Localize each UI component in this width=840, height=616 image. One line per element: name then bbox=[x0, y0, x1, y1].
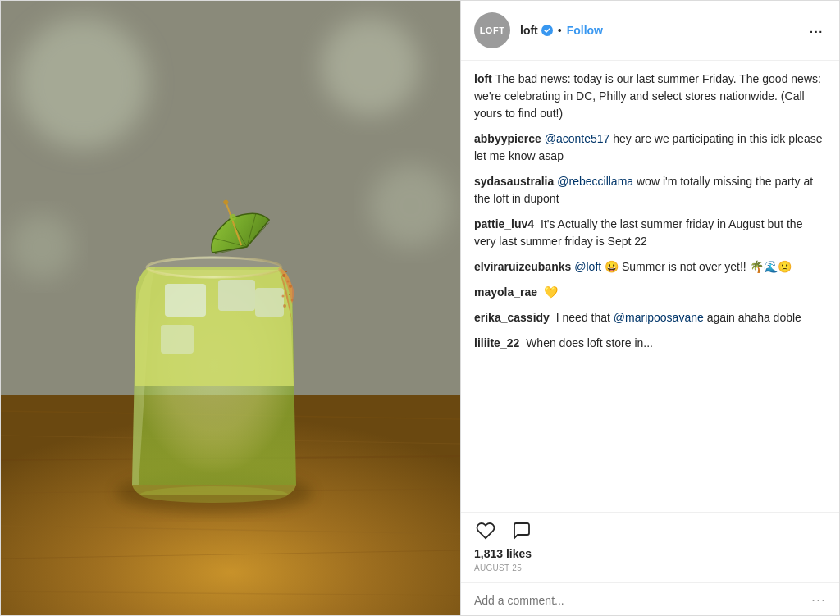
svg-rect-15 bbox=[218, 280, 255, 311]
svg-point-1 bbox=[17, 17, 148, 148]
svg-rect-16 bbox=[255, 288, 284, 317]
comment-6-text2: again ahaha doble bbox=[704, 311, 801, 324]
follow-button[interactable]: Follow bbox=[567, 24, 603, 37]
comment-button[interactable] bbox=[510, 519, 533, 542]
comment-1: abbyypierce@aconte517 hey are we partici… bbox=[474, 130, 826, 165]
add-comment-bar: ··· bbox=[461, 582, 839, 616]
post-date: AUGUST 25 bbox=[474, 564, 826, 573]
post-caption: loftThe bad news: today is our last summ… bbox=[474, 71, 826, 122]
more-options-button[interactable]: ··· bbox=[806, 21, 826, 40]
svg-point-24 bbox=[283, 304, 286, 308]
svg-point-19 bbox=[287, 281, 290, 283]
svg-rect-17 bbox=[161, 325, 194, 354]
comment-4-mention[interactable]: @loft bbox=[574, 260, 601, 273]
comment-7-text: When does loft store in... bbox=[523, 336, 653, 349]
like-button[interactable] bbox=[474, 519, 497, 542]
comment-4-username[interactable]: elviraruizeubanks bbox=[474, 260, 571, 273]
caption-text: The bad news: today is our last summer F… bbox=[474, 72, 821, 120]
svg-point-4 bbox=[370, 165, 452, 247]
comment-2-username[interactable]: sydasaustralia bbox=[474, 175, 554, 188]
comment-more-options[interactable]: ··· bbox=[811, 591, 826, 609]
post-header: LOFT loft • Follow ··· bbox=[461, 1, 839, 61]
comment-3: pattie_luv4 It's Actually the last summe… bbox=[474, 216, 826, 250]
heart-icon bbox=[476, 521, 495, 541]
svg-point-2 bbox=[321, 17, 419, 116]
svg-point-18 bbox=[282, 274, 285, 277]
comment-5-text: 💛 bbox=[541, 285, 558, 299]
post-image bbox=[1, 1, 460, 616]
action-icons bbox=[474, 519, 826, 542]
comment-2: sydasaustralia@rebeccillama wow i'm tota… bbox=[474, 173, 826, 208]
comment-7: liliite_22 When does loft store in... bbox=[474, 335, 826, 352]
comment-4: elviraruizeubanks@loft 😀 Summer is not o… bbox=[474, 258, 826, 276]
comment-icon bbox=[512, 521, 532, 541]
comment-6-text: I need that bbox=[553, 311, 614, 324]
svg-rect-14 bbox=[165, 284, 206, 317]
dot-separator: • bbox=[558, 24, 562, 37]
comment-7-username[interactable]: liliite_22 bbox=[474, 336, 519, 349]
avatar[interactable]: LOFT bbox=[474, 12, 510, 48]
svg-point-22 bbox=[282, 295, 285, 298]
comment-5: mayola_rae 💛 bbox=[474, 284, 826, 301]
svg-point-20 bbox=[285, 271, 287, 272]
svg-point-3 bbox=[9, 214, 75, 280]
verified-badge bbox=[541, 25, 553, 36]
actions-bar: 1,813 likes AUGUST 25 bbox=[461, 512, 839, 582]
svg-point-35 bbox=[147, 258, 281, 277]
comment-6: erika_cassidy I need that @maripoosavane… bbox=[474, 309, 826, 326]
account-username[interactable]: loft bbox=[520, 24, 538, 37]
comment-1-username[interactable]: abbyypierce bbox=[474, 132, 541, 145]
comment-4-text: 😀 Summer is not over yet!! 🌴🌊🙁 bbox=[601, 260, 791, 273]
comment-5-username[interactable]: mayola_rae bbox=[474, 285, 537, 299]
comment-6-username[interactable]: erika_cassidy bbox=[474, 311, 550, 324]
comment-1-mention[interactable]: @aconte517 bbox=[545, 132, 610, 145]
likes-count: 1,813 likes bbox=[474, 547, 826, 560]
caption-username[interactable]: loft bbox=[474, 72, 492, 85]
svg-point-23 bbox=[289, 294, 290, 295]
post-content: LOFT loft • Follow ··· loftThe bad news:… bbox=[460, 1, 839, 616]
comments-area[interactable]: loftThe bad news: today is our last summ… bbox=[461, 61, 839, 512]
comment-3-username[interactable]: pattie_luv4 bbox=[474, 217, 534, 230]
instagram-post: LOFT loft • Follow ··· loftThe bad news:… bbox=[0, 0, 840, 616]
svg-point-21 bbox=[289, 285, 292, 288]
header-info: loft • Follow bbox=[520, 24, 806, 37]
svg-point-25 bbox=[291, 299, 294, 302]
comment-2-mention[interactable]: @rebeccillama bbox=[557, 175, 633, 188]
svg-point-36 bbox=[140, 486, 288, 503]
add-comment-input[interactable] bbox=[474, 594, 811, 607]
comment-6-mention[interactable]: @maripoosavane bbox=[614, 311, 704, 324]
